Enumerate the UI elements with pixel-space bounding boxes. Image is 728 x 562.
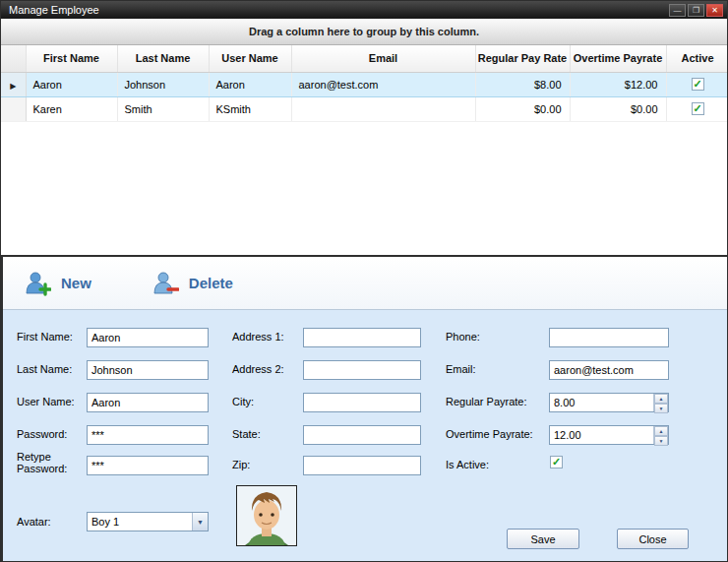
new-button-label: New xyxy=(61,275,91,291)
col-header-email[interactable]: Email xyxy=(291,45,475,72)
manage-employee-window: Manage Employee — ❐ ✕ Drag a column here… xyxy=(0,0,728,562)
cell-overtime-payrate[interactable]: $0.00 xyxy=(570,96,666,121)
table-row[interactable]: ▶ Aaron Johnson Aaron aaron@test.com $8.… xyxy=(1,72,728,96)
cell-regular-pay-rate[interactable]: $0.00 xyxy=(475,96,570,121)
employee-grid: First Name Last Name User Name Email Reg… xyxy=(1,45,728,122)
check-icon: ✓ xyxy=(693,102,701,114)
close-form-button[interactable]: Close xyxy=(617,529,689,549)
group-by-bar[interactable]: Drag a column here to group by this colu… xyxy=(1,19,727,45)
last-name-field[interactable] xyxy=(87,360,209,380)
overtime-payrate-stepper: ▲ ▼ xyxy=(549,425,669,445)
zip-field[interactable] xyxy=(303,456,421,475)
avatar-selected-value: Boy 1 xyxy=(88,516,192,528)
row-indicator-header xyxy=(1,45,26,72)
col-header-regular-pay-rate[interactable]: Regular Pay Rate xyxy=(475,45,570,72)
state-field[interactable] xyxy=(303,425,421,445)
selected-row-arrow-icon: ▶ xyxy=(10,82,16,91)
new-person-icon xyxy=(25,270,51,296)
delete-button-label: Delete xyxy=(189,275,233,291)
zip-label: Zip: xyxy=(232,459,301,470)
close-button[interactable]: ✕ xyxy=(706,4,723,17)
cell-last-name[interactable]: Smith xyxy=(117,96,209,121)
spin-down-icon[interactable]: ▼ xyxy=(654,436,668,446)
address1-label: Address 1: xyxy=(232,331,301,343)
city-label: City: xyxy=(232,396,301,407)
phone-label: Phone: xyxy=(446,331,544,343)
avatar-label: Avatar: xyxy=(17,516,86,528)
col-header-user-name[interactable]: User Name xyxy=(209,45,291,72)
toolbar: New Delete xyxy=(3,257,727,310)
city-field[interactable] xyxy=(303,393,421,412)
cell-overtime-payrate[interactable]: $12.00 xyxy=(570,72,666,96)
check-icon: ✓ xyxy=(552,456,561,468)
state-label: State: xyxy=(232,428,301,440)
chevron-down-icon[interactable]: ▼ xyxy=(192,513,208,531)
col-header-first-name[interactable]: First Name xyxy=(26,45,117,72)
user-name-field[interactable] xyxy=(87,393,209,412)
password-label: Password: xyxy=(17,428,86,440)
regular-payrate-label: Regular Payrate: xyxy=(446,396,544,407)
user-name-label: User Name: xyxy=(17,396,86,407)
minimize-button[interactable]: — xyxy=(669,4,686,17)
cell-regular-pay-rate[interactable]: $8.00 xyxy=(475,72,570,96)
first-name-label: First Name: xyxy=(17,331,86,343)
col-header-last-name[interactable]: Last Name xyxy=(117,45,209,72)
active-checkbox[interactable]: ✓ xyxy=(692,102,704,115)
col-header-overtime-payrate[interactable]: Overtime Payrate xyxy=(570,45,666,72)
phone-field[interactable] xyxy=(549,328,669,347)
first-name-field[interactable] xyxy=(87,328,209,347)
employee-form: First Name: Last Name: User Name: Passwo… xyxy=(3,310,727,559)
cell-last-name[interactable]: Johnson xyxy=(117,72,209,96)
save-button[interactable]: Save xyxy=(507,529,579,549)
maximize-button[interactable]: ❐ xyxy=(688,4,704,17)
delete-person-icon xyxy=(152,270,179,296)
cell-first-name[interactable]: Aaron xyxy=(26,72,117,96)
spin-up-icon[interactable]: ▲ xyxy=(654,426,668,436)
cell-user-name[interactable]: KSmith xyxy=(209,96,291,121)
overtime-payrate-field[interactable] xyxy=(550,426,653,444)
active-checkbox[interactable]: ✓ xyxy=(692,78,704,91)
table-row[interactable]: Karen Smith KSmith $0.00 $0.00 ✓ xyxy=(1,96,728,121)
title-bar: Manage Employee — ❐ ✕ xyxy=(1,1,727,19)
is-active-checkbox[interactable]: ✓ xyxy=(550,456,563,468)
address2-field[interactable] xyxy=(303,360,421,380)
retype-password-label: Retype Password: xyxy=(17,451,68,474)
email-label: Email: xyxy=(446,363,544,375)
employee-grid-area: First Name Last Name User Name Email Reg… xyxy=(1,45,727,255)
regular-payrate-stepper: ▲ ▼ xyxy=(549,393,669,412)
overtime-payrate-label: Overtime Payrate: xyxy=(446,428,544,440)
password-field[interactable] xyxy=(87,425,209,445)
spin-down-icon[interactable]: ▼ xyxy=(654,404,668,413)
cell-email[interactable]: aaron@test.com xyxy=(291,72,475,96)
col-header-active[interactable]: Active xyxy=(666,45,728,72)
cell-first-name[interactable]: Karen xyxy=(26,96,117,121)
cell-user-name[interactable]: Aaron xyxy=(209,72,291,96)
window-title: Manage Employee xyxy=(1,4,669,16)
grid-header-row: First Name Last Name User Name Email Reg… xyxy=(1,45,728,72)
check-icon: ✓ xyxy=(693,78,701,90)
address2-label: Address 2: xyxy=(232,363,301,375)
regular-payrate-field[interactable] xyxy=(550,394,653,411)
delete-button[interactable]: Delete xyxy=(152,270,233,296)
avatar-image xyxy=(236,485,297,546)
cell-email[interactable] xyxy=(291,96,475,121)
email-field[interactable] xyxy=(549,360,669,380)
window-controls: — ❐ ✕ xyxy=(669,4,727,17)
last-name-label: Last Name: xyxy=(17,363,86,375)
is-active-label: Is Active: xyxy=(446,459,544,470)
detail-panel: New Delete First Name: Last Name: User N… xyxy=(1,255,728,562)
avatar-select[interactable]: Boy 1 ▼ xyxy=(87,512,209,531)
spin-up-icon[interactable]: ▲ xyxy=(654,394,668,404)
new-button[interactable]: New xyxy=(25,270,91,296)
address1-field[interactable] xyxy=(303,328,421,347)
retype-password-field[interactable] xyxy=(87,456,209,475)
